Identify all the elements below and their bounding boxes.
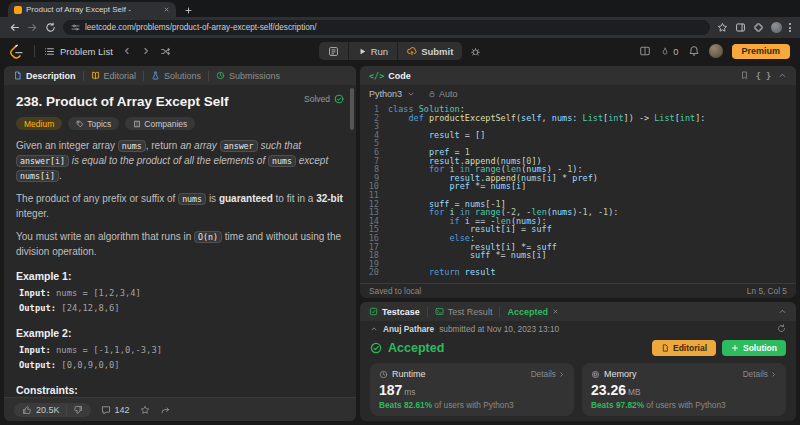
browser-menu-icon[interactable] [789,23,791,32]
tab-test-result[interactable]: Test Result [435,307,493,317]
collapse-panel-icon[interactable] [778,71,787,80]
description-tabbar: Description Editorial Solutions Submissi… [4,66,356,85]
like-dislike-group: 20.5K [14,403,91,417]
tab-submissions[interactable]: Submissions [216,71,280,81]
chevron-right-icon [770,371,777,378]
comments-button[interactable]: 142 [101,405,130,415]
share-button[interactable] [160,405,170,415]
comment-count: 142 [115,405,130,415]
address-bar[interactable]: leetcode.com/problems/product-of-array-e… [63,20,710,35]
problem-list-button[interactable]: Problem List [44,46,113,57]
terminal-icon [435,307,444,316]
back-icon[interactable] [9,22,20,33]
leetcode-logo[interactable] [10,44,25,59]
shuffle-icon[interactable] [160,46,171,57]
tab-accepted[interactable]: Accepted [507,307,559,317]
code-editor[interactable]: 1class Solution:2 def productExceptSelf(… [360,102,796,283]
browser-tabstrip: Product of Array Except Self - [0,0,800,17]
submit-button[interactable]: Submit [398,42,462,60]
code-tabbar: </> Code { } [360,66,796,85]
plus-icon [731,344,739,352]
tab-solutions[interactable]: Solutions [151,71,201,81]
difficulty-badge[interactable]: Medium [16,117,62,130]
forward-icon[interactable] [27,22,38,33]
new-tab-button[interactable] [184,6,193,15]
example-1-block: Input: nums = [1,2,3,4] Output: [24,12,8… [19,286,344,316]
submission-status-row: Accepted Editorial Solution [360,336,796,360]
close-tab-icon [552,308,559,315]
badge-row: Medium Topics Companies [16,117,344,130]
dislike-button[interactable] [73,405,83,415]
notes-icon[interactable] [319,42,348,60]
memory-details-link[interactable]: Details [743,369,777,379]
tab-testcase[interactable]: Testcase [369,307,420,317]
memory-beats: Beats 97.82% of users with Python3 [591,400,777,410]
runtime-card[interactable]: Runtime Details 187ms Beats 82.61% of us… [370,363,574,416]
example-2-label: Example 2: [16,327,344,339]
site-settings-icon[interactable] [71,23,80,32]
description-panel: Description Editorial Solutions Submissi… [4,66,356,421]
memory-card[interactable]: Memory Details 23.26MB Beats 97.82% of u… [582,363,786,416]
building-icon [133,120,141,128]
description-content: 238. Product of Array Except Self Solved… [4,85,356,397]
accepted-check-icon [370,342,382,354]
favorite-button[interactable] [140,405,150,415]
expand-results-icon[interactable] [778,307,787,316]
browser-profile-avatar[interactable] [771,22,782,33]
browser-tab[interactable]: Product of Array Except Self - [8,2,176,17]
problem-statement-1: Given an integer array nums, return an a… [16,138,344,183]
runtime-details-link[interactable]: Details [531,369,565,379]
notifications-bell-icon[interactable] [688,45,700,57]
streak-counter[interactable]: 0 [660,46,678,57]
submit-label: Submit [421,46,453,57]
like-button[interactable]: 20.5K [22,405,60,415]
solved-check-icon [334,94,344,104]
example-1-input: Input: nums = [1,2,3,4] [19,286,344,301]
format-braces-icon[interactable]: { } [756,71,771,81]
tab-description[interactable]: Description [13,71,76,81]
tab-close-icon[interactable] [163,6,170,13]
leetcode-nav: Problem List Run Submit [0,38,800,64]
debug-icon[interactable] [470,46,481,57]
user-avatar[interactable] [709,44,723,58]
star-icon [140,405,150,415]
accepted-status: Accepted [388,341,444,355]
result-panel: Testcase Test Result Accepted [360,302,796,421]
saved-status: Saved to local [369,286,421,296]
url-text: leetcode.com/problems/product-of-array-e… [85,23,317,32]
language-selector[interactable]: Python3 [369,89,402,99]
refresh-submission-icon[interactable] [777,324,786,333]
bookmark-star-icon[interactable] [717,22,728,33]
tab-code[interactable]: </> Code [369,71,411,81]
side-panel-icon[interactable] [735,22,746,33]
doc-icon [661,344,669,352]
companies-badge[interactable]: Companies [125,117,195,130]
description-scrollbar[interactable] [350,88,354,130]
thumbs-down-icon [73,405,83,415]
right-column: </> Code { } Python3 Auto 1clas [360,66,796,421]
run-button[interactable]: Run [349,42,397,60]
next-problem-icon[interactable] [141,46,151,56]
prev-problem-icon[interactable] [122,46,132,56]
solution-button[interactable]: Solution [722,340,786,356]
premium-button[interactable]: Premium [732,44,791,59]
tag-icon [76,120,84,128]
runtime-label: Runtime [392,369,426,379]
code-icon: </> [369,71,384,81]
check-square-icon [369,307,378,316]
layout-icon[interactable] [639,45,651,57]
topics-badge[interactable]: Topics [68,117,119,130]
cursor-position: Ln 5, Col 5 [747,286,787,296]
chevron-down-icon [407,90,415,98]
editorial-button[interactable]: Editorial [652,340,716,356]
example-1-output: Output: [24,12,8,6] [19,301,344,316]
extensions-puzzle-icon[interactable] [753,22,764,33]
auto-toggle[interactable]: Auto [428,89,458,99]
submission-author[interactable]: Anuj Pathare [383,324,434,334]
problem-title: 238. Product of Array Except Self [16,94,229,109]
result-tabbar: Testcase Test Result Accepted [360,302,796,321]
thumbs-up-icon [22,405,32,415]
tab-editorial[interactable]: Editorial [91,71,137,81]
bookmark-icon[interactable] [740,71,749,80]
refresh-icon[interactable] [45,22,56,33]
